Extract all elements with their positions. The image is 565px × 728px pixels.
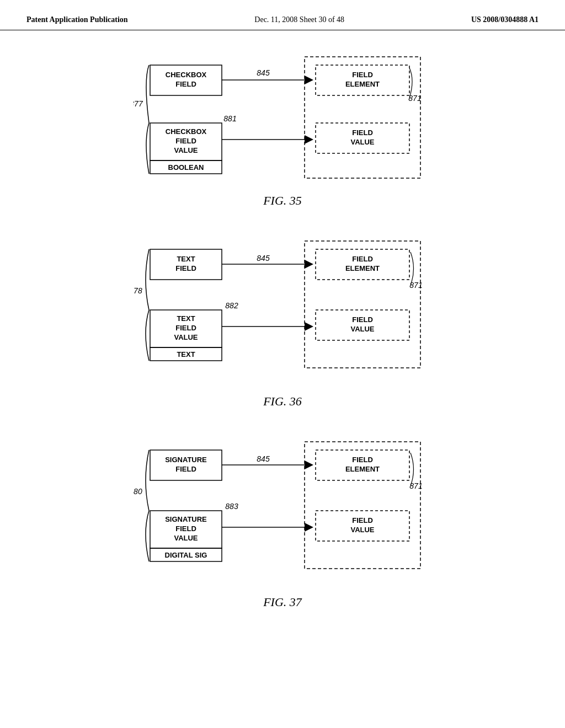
svg-text:TEXT: TEXT [177,314,195,323]
svg-text:CHECKBOX: CHECKBOX [166,71,207,79]
svg-text:878: 878 [134,286,142,295]
svg-text:FIELD: FIELD [175,80,196,88]
svg-text:ELEMENT: ELEMENT [345,80,380,88]
svg-text:883: 883 [225,502,238,511]
svg-text:SIGNATURE: SIGNATURE [165,456,207,464]
svg-text:TEXT: TEXT [177,350,195,358]
svg-marker-29 [305,260,313,269]
fig35-caption: FIG. 35 [263,194,302,208]
svg-marker-64 [305,523,313,532]
svg-text:FIELD: FIELD [352,71,373,79]
svg-marker-5 [305,76,313,84]
svg-text:VALUE: VALUE [350,526,374,534]
fig36-caption: FIG. 36 [263,394,302,409]
svg-text:CHECKBOX: CHECKBOX [166,127,207,136]
svg-text:845: 845 [257,454,270,463]
svg-text:877: 877 [134,99,143,108]
svg-text:VALUE: VALUE [174,146,198,154]
svg-text:FIELD: FIELD [175,264,196,272]
svg-text:881: 881 [223,114,236,123]
svg-text:VALUE: VALUE [174,333,198,341]
svg-text:FIELD: FIELD [175,137,196,145]
figure-35-diagram: CHECKBOX FIELD FIELD ELEMENT CHECKBOX FI… [134,51,431,195]
header-center: Dec. 11, 2008 Sheet 30 of 48 [254,15,344,24]
page-header: Patent Application Publication Dec. 11, … [0,0,565,30]
svg-text:BOOLEAN: BOOLEAN [168,163,204,172]
svg-text:TEXT: TEXT [177,255,195,263]
svg-text:FIELD: FIELD [352,516,373,524]
svg-text:FIELD: FIELD [352,456,373,464]
svg-marker-53 [305,461,313,469]
svg-text:VALUE: VALUE [174,534,198,542]
svg-text:FIELD: FIELD [352,255,373,263]
figure-36-group: TEXT FIELD FIELD ELEMENT TEXT FIELD VALU… [111,235,454,409]
svg-text:845: 845 [257,254,270,263]
svg-text:DIGITAL SIG: DIGITAL SIG [165,551,207,559]
header-left: Patent Application Publication [26,15,128,24]
header-right: US 2008/0304888 A1 [471,15,539,24]
svg-marker-40 [305,322,313,331]
svg-text:FIELD: FIELD [175,465,196,473]
svg-text:FIELD: FIELD [352,129,373,137]
figure-37-diagram: SIGNATURE FIELD FIELD ELEMENT SIGNATURE … [134,436,431,585]
svg-text:SIGNATURE: SIGNATURE [165,515,207,523]
figure-35-group: CHECKBOX FIELD FIELD ELEMENT CHECKBOX FI… [111,51,454,208]
svg-text:845: 845 [257,68,270,77]
svg-marker-16 [305,135,313,144]
svg-text:882: 882 [225,301,238,310]
figure-36-diagram: TEXT FIELD FIELD ELEMENT TEXT FIELD VALU… [134,235,431,384]
figure-37-group: SIGNATURE FIELD FIELD ELEMENT SIGNATURE … [111,436,454,609]
svg-text:VALUE: VALUE [350,138,374,146]
svg-text:VALUE: VALUE [350,325,374,333]
fig37-caption: FIG. 37 [263,595,302,609]
main-content: CHECKBOX FIELD FIELD ELEMENT CHECKBOX FI… [0,35,565,626]
svg-text:880: 880 [134,487,142,496]
svg-text:FIELD: FIELD [175,524,196,533]
svg-text:ELEMENT: ELEMENT [345,465,380,473]
svg-text:FIELD: FIELD [352,315,373,324]
svg-text:ELEMENT: ELEMENT [345,264,380,272]
svg-text:FIELD: FIELD [175,324,196,332]
